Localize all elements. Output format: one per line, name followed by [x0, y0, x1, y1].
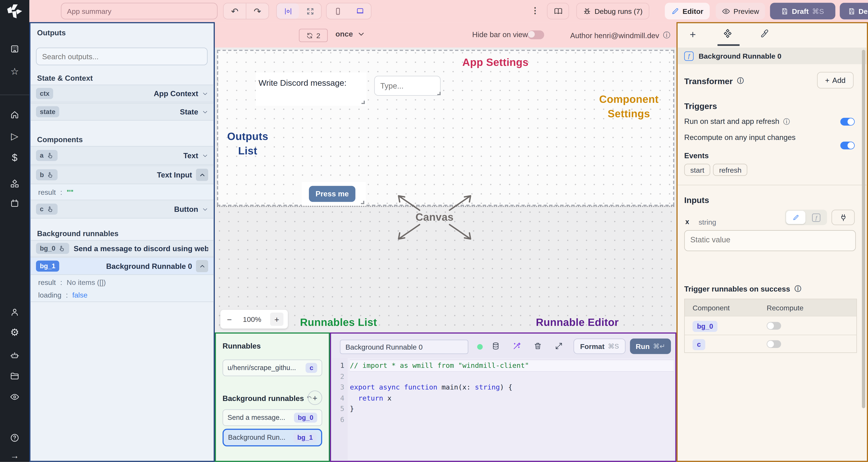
rail-collapse-icon[interactable]: → — [0, 451, 29, 460]
search-outputs-input[interactable] — [36, 47, 208, 65]
expand-icon[interactable] — [555, 342, 563, 350]
rail-apps-icon[interactable] — [0, 44, 29, 54]
background-runnables-heading: Background runnables — [223, 394, 312, 403]
draft-shortcut: ⌘S — [812, 7, 824, 15]
rail-favorites-icon[interactable]: ☆ — [0, 67, 29, 76]
info-icon[interactable]: ⓘ — [783, 117, 790, 127]
output-row-c[interactable]: c Button — [31, 200, 214, 219]
preview-tab-label: Preview — [734, 7, 759, 15]
rail-help-icon[interactable] — [0, 433, 29, 442]
b-result-value: "" — [67, 188, 73, 196]
add-transformer-button[interactable]: +Add — [817, 72, 854, 89]
mobile-view-button[interactable] — [327, 3, 349, 19]
desktop-view-button[interactable] — [349, 3, 371, 19]
format-shortcut: ⌘S — [608, 342, 619, 350]
chevron-up-icon[interactable] — [196, 260, 208, 272]
docs-button[interactable] — [547, 3, 569, 20]
line-number-gutter: 1 2 3 4 5 6 — [332, 358, 348, 460]
rail-divider — [0, 95, 29, 95]
rail-runs-icon[interactable]: ▷ — [0, 132, 29, 141]
output-row-state[interactable]: state State — [31, 103, 214, 121]
button-component[interactable]: Press me — [302, 182, 366, 206]
runnable-item-bg0[interactable]: Send a message... bg_0 — [223, 409, 322, 426]
top-toolbar: ↶ ↷ ⋮ Debug runs (7) Editor Preview Dr — [29, 0, 868, 22]
static-value-textarea[interactable] — [684, 230, 856, 251]
redo-button[interactable]: ↷ — [246, 3, 269, 19]
add-background-runnable-button[interactable]: + — [308, 391, 322, 405]
output-row-b[interactable]: b Text Input — [31, 165, 214, 184]
rail-variables-icon[interactable]: $ — [0, 153, 29, 163]
c-recompute-toggle[interactable] — [767, 340, 781, 348]
chevron-down-icon — [202, 109, 208, 114]
runnable-header-row[interactable]: ƒ Background Runnable 0 — [678, 47, 866, 64]
rail-workers-icon[interactable] — [0, 351, 29, 360]
resize-handle[interactable] — [437, 92, 441, 95]
resize-handle[interactable] — [361, 201, 364, 204]
zoom-in-button[interactable]: + — [270, 312, 283, 326]
delete-icon[interactable] — [534, 342, 542, 350]
debug-runs-button[interactable]: Debug runs (7) — [576, 3, 649, 20]
centered-layout-button[interactable] — [277, 3, 299, 19]
app-editor-window: ☆ ▷ $ ⚙ → ↶ ↷ ⋮ Debu — [0, 0, 868, 462]
run-on-start-toggle[interactable] — [840, 118, 855, 126]
runnable-path-label: u/henri/scrape_githu... — [227, 364, 296, 372]
text-input-component[interactable] — [374, 76, 441, 96]
info-icon[interactable]: ⓘ — [795, 284, 801, 294]
resize-handle[interactable] — [362, 101, 365, 104]
hide-bar-toggle[interactable] — [528, 31, 544, 39]
undo-button[interactable]: ↶ — [224, 3, 246, 19]
run-mode-dropdown[interactable]: once — [336, 30, 365, 38]
ai-wand-icon[interactable] — [513, 342, 521, 350]
draft-button[interactable]: Draft ⌘S — [770, 3, 835, 20]
rail-settings-icon[interactable]: ⚙ — [0, 328, 29, 337]
recompute-toggle[interactable] — [840, 141, 855, 150]
editor-tab-label: Editor — [683, 7, 703, 15]
component-settings-annotation: ComponentSettings — [589, 92, 669, 121]
connect-plug-button[interactable] — [831, 209, 855, 225]
bg1-loading-value: false — [72, 291, 88, 299]
app-summary-input[interactable] — [61, 3, 218, 20]
output-row-a[interactable]: a Text — [31, 146, 214, 165]
rail-schedules-icon[interactable] — [0, 199, 29, 208]
info-icon[interactable]: ⓘ — [737, 76, 744, 86]
code-editor[interactable]: 1 2 3 4 5 6 // import * as wmill from "w… — [332, 358, 674, 460]
discord-message-label: Write Discord message: — [256, 72, 367, 87]
rail-audit-icon[interactable] — [0, 392, 29, 402]
static-mode-button[interactable] — [786, 211, 805, 224]
function-icon: ƒ — [812, 213, 820, 222]
panel-scrollbar[interactable] — [862, 50, 865, 408]
refresh-icon — [306, 32, 314, 39]
fullscreen-layout-button[interactable] — [299, 3, 321, 19]
format-button[interactable]: Format ⌘S — [574, 338, 625, 354]
rail-users-icon[interactable] — [0, 307, 29, 317]
input-name: x — [685, 218, 689, 226]
press-me-button[interactable]: Press me — [309, 186, 355, 202]
styling-tab[interactable] — [760, 29, 769, 38]
run-button[interactable]: Run ⌘↵ — [630, 338, 671, 354]
settings-tab[interactable] — [723, 29, 733, 38]
windmill-logo[interactable] — [6, 4, 23, 21]
rail-home-icon[interactable] — [0, 110, 29, 120]
events-heading: Events — [684, 152, 709, 160]
runnable-item-path[interactable]: u/henri/scrape_githu... c — [223, 360, 322, 376]
rail-resources-icon[interactable] — [0, 179, 29, 189]
output-row-bg0[interactable]: bg_0 Send a message to discord using web… — [31, 240, 214, 257]
deploy-button[interactable]: Deploy — [840, 3, 868, 20]
info-icon[interactable]: ⓘ — [663, 31, 670, 40]
refresh-count-button[interactable]: 2 — [299, 29, 328, 42]
text-component[interactable]: Write Discord message: — [256, 72, 367, 106]
rail-folders-icon[interactable] — [0, 371, 29, 381]
add-component-tab[interactable]: + — [690, 29, 696, 41]
bg0-recompute-toggle[interactable] — [767, 322, 781, 329]
chevron-up-icon[interactable] — [196, 169, 208, 181]
kebab-menu-icon[interactable]: ⋮ — [531, 6, 539, 16]
zoom-out-button[interactable]: − — [225, 315, 234, 324]
preview-tab-button[interactable]: Preview — [716, 3, 765, 20]
editor-tab-button[interactable]: Editor — [665, 3, 710, 20]
runnable-name-input[interactable] — [340, 340, 468, 354]
output-row-bg1[interactable]: bg_1 Background Runnable 0 — [31, 257, 214, 275]
cache-icon[interactable] — [492, 342, 500, 350]
runnable-item-bg1-selected[interactable]: Background Run... bg_1 — [223, 429, 322, 446]
eval-mode-button[interactable]: ƒ — [807, 211, 826, 224]
output-row-ctx[interactable]: ctx App Context — [31, 85, 214, 102]
